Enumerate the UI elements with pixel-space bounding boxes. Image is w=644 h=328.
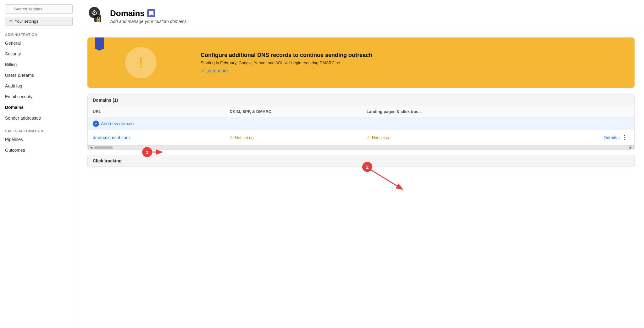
sidebar-item-label: Domains xyxy=(5,105,24,110)
search-container: 🔍 xyxy=(5,4,73,14)
sidebar-item-email-security[interactable]: Email security xyxy=(0,91,78,102)
sidebar-item-label: Audit log xyxy=(5,83,22,88)
col-header-landing: Landing pages & click trac... xyxy=(367,109,538,114)
page-header: ⚙ 🔒 Domains Add and manage your custom d… xyxy=(78,0,644,31)
sidebar-item-label: Sender addresses xyxy=(5,116,41,121)
warning-banner-left: ! xyxy=(87,37,194,88)
landing-status-label: Not set up xyxy=(372,135,391,140)
admin-section-label: ADMINISTRATION xyxy=(0,30,78,38)
sidebar-item-label: Users & teams xyxy=(5,73,34,78)
page-subtitle: Add and manage your custom domains xyxy=(110,19,187,24)
scroll-left-arrow[interactable]: ◀ xyxy=(88,145,94,150)
table-scrollbar[interactable]: ◀ ▶ xyxy=(88,145,634,150)
warning-circle: ! xyxy=(125,47,157,78)
warning-banner: ! Configure additional DNS records to co… xyxy=(87,37,635,88)
sidebar-item-pipelines[interactable]: Pipelines xyxy=(0,134,78,145)
scrollbar-thumb[interactable] xyxy=(94,146,113,149)
learn-more-label: Learn more xyxy=(205,68,228,73)
svg-text:🔒: 🔒 xyxy=(95,16,102,22)
sidebar-item-billing[interactable]: Billing xyxy=(0,59,78,70)
sidebar-item-outcomes[interactable]: Outcomes xyxy=(0,145,78,156)
sidebar-section-sales-automation: SALES AUTOMATION Pipelines Outcomes xyxy=(0,127,78,156)
warning-banner-right: Configure additional DNS records to cont… xyxy=(194,37,635,88)
add-new-domain-row: + Add new domain xyxy=(88,117,634,130)
warning-title: Configure additional DNS records to cont… xyxy=(201,52,628,59)
landing-status-badge: ⚠ Not set up xyxy=(367,135,391,140)
search-wrap: 🔍 xyxy=(0,0,78,17)
scroll-right-arrow[interactable]: ▶ xyxy=(628,145,634,150)
sidebar-item-label: Security xyxy=(5,51,21,56)
your-settings-label: Your settings xyxy=(15,19,38,24)
add-new-domain-button[interactable]: + Add new domain xyxy=(93,121,134,127)
gear-icon: ⚙ xyxy=(9,19,13,24)
svg-text:1: 1 xyxy=(146,150,148,155)
domain-url: dmarcdkimspf.com xyxy=(93,135,230,140)
search-input[interactable] xyxy=(5,4,73,14)
learn-more-link[interactable]: ↗ Learn more xyxy=(201,68,628,73)
sidebar-item-label: General xyxy=(5,41,21,46)
add-new-domain-label: Add new domain xyxy=(101,121,134,126)
domain-dkim-status: ⚠ Not set up xyxy=(230,135,366,140)
warning-triangle-icon: ⚠ xyxy=(230,135,234,140)
click-tracking-header: Click tracking xyxy=(88,155,634,167)
sidebar-item-users-teams[interactable]: Users & teams xyxy=(0,70,78,81)
sidebar-item-label: Pipelines xyxy=(5,137,23,142)
domains-table-section: Domains (1) URL DKIM, SPF, & DMARC Landi… xyxy=(87,94,635,150)
domains-table-header: Domains (1) xyxy=(88,94,634,106)
main-content: ⚙ 🔒 Domains Add and manage your custom d… xyxy=(78,0,644,328)
external-link-icon: ↗ xyxy=(201,69,204,73)
domain-details: Details › xyxy=(538,135,620,140)
page-header-icon: ⚙ 🔒 xyxy=(87,6,105,26)
sidebar-item-sender-addresses[interactable]: Sender addresses xyxy=(0,113,78,123)
sidebar-item-label: Email security xyxy=(5,94,32,99)
page-header-text: Domains Add and manage your custom domai… xyxy=(110,8,187,24)
sidebar-item-label: Outcomes xyxy=(5,148,25,153)
main-inner: ⚙ 🔒 Domains Add and manage your custom d… xyxy=(78,0,644,167)
more-options-icon[interactable]: ⋮ xyxy=(620,134,629,141)
table-column-headers: URL DKIM, SPF, & DMARC Landing pages & c… xyxy=(88,106,634,117)
sidebar-item-general[interactable]: General xyxy=(0,38,78,48)
sidebar-item-domains[interactable]: Domains xyxy=(0,102,78,113)
details-link[interactable]: Details › xyxy=(604,135,620,140)
col-header-dkim: DKIM, SPF, & DMARC xyxy=(230,109,366,114)
warning-triangle-icon-2: ⚠ xyxy=(367,135,371,140)
warning-exclamation-icon: ! xyxy=(138,54,143,71)
warning-description: Starting in February, Google, Yahoo, and… xyxy=(201,60,628,65)
plus-circle-icon: + xyxy=(93,121,99,127)
sales-section-label: SALES AUTOMATION xyxy=(0,127,78,134)
sidebar-section-administration: ADMINISTRATION General Security Billing … xyxy=(0,30,78,123)
sidebar-item-security[interactable]: Security xyxy=(0,48,78,59)
dkim-status-label: Not set up xyxy=(235,135,253,140)
sidebar-item-label: Billing xyxy=(5,62,17,67)
bookmark-badge xyxy=(147,9,155,17)
domains-count: (1) xyxy=(113,98,118,103)
domain-link[interactable]: dmarcdkimspf.com xyxy=(93,135,130,140)
dkim-status-badge: ⚠ Not set up xyxy=(230,135,253,140)
sidebar-item-audit-log[interactable]: Audit log xyxy=(0,81,78,91)
svg-line-9 xyxy=(371,170,402,189)
domains-heading: Domains xyxy=(93,98,111,103)
domain-landing-status: ⚠ Not set up xyxy=(367,135,538,140)
click-tracking-section: Click tracking xyxy=(87,155,635,167)
your-settings-button[interactable]: ⚙ Your settings xyxy=(5,17,73,26)
page-title: Domains xyxy=(110,8,187,18)
domain-more[interactable]: ⋮ xyxy=(620,134,629,141)
warning-bookmark-decoration xyxy=(95,37,104,51)
domain-row: dmarcdkimspf.com ⚠ Not set up ⚠ Not set … xyxy=(88,130,634,145)
col-header-url: URL xyxy=(93,109,230,114)
sidebar: 🔍 ⚙ Your settings ADMINISTRATION General… xyxy=(0,0,78,328)
